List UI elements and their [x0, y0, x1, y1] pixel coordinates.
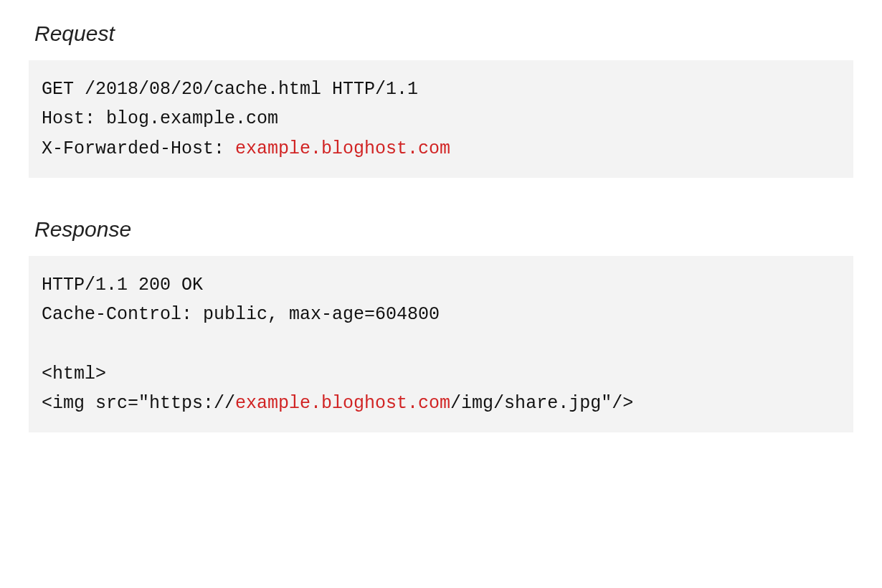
request-line-1: GET /2018/08/20/cache.html HTTP/1.1: [42, 79, 418, 100]
response-line-5-prefix: <img src="https://: [42, 393, 235, 414]
request-heading: Request: [34, 22, 853, 46]
response-line-1: HTTP/1.1 200 OK: [42, 275, 203, 295]
response-heading: Response: [34, 217, 853, 242]
response-code-block: HTTP/1.1 200 OK Cache-Control: public, m…: [29, 256, 853, 432]
response-line-2: Cache-Control: public, max-age=604800: [42, 304, 440, 325]
request-code-block: GET /2018/08/20/cache.html HTTP/1.1 Host…: [29, 60, 853, 178]
request-line-2: Host: blog.example.com: [42, 108, 278, 129]
request-line-3-highlight: example.bloghost.com: [235, 138, 450, 159]
request-line-3-prefix: X-Forwarded-Host:: [42, 138, 235, 159]
response-line-4: <html>: [42, 364, 106, 384]
response-line-5-suffix: /img/share.jpg"/>: [450, 393, 633, 414]
response-line-5-highlight: example.bloghost.com: [235, 393, 450, 414]
